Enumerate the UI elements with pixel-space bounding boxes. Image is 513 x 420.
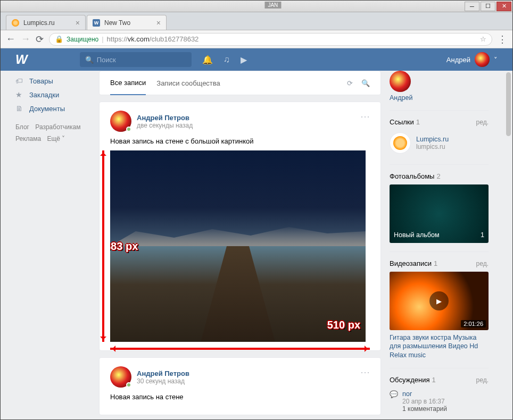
discussion-topic: nor <box>402 390 447 398</box>
maximize-button[interactable]: ☐ <box>481 2 495 11</box>
goods-icon: 🏷 <box>15 77 24 85</box>
post-more-icon[interactable]: ⋯ <box>360 111 370 122</box>
play-icon[interactable]: ▶ <box>241 55 247 65</box>
widget-edit-link[interactable]: ред. <box>476 376 489 384</box>
widget-albums: Фотоальбомы 2 Новый альбом 1 <box>390 168 489 243</box>
vk-header: W 🔍 Поиск 🔔 ♫ ▶ Андрей ˅ <box>1 48 512 71</box>
post-author[interactable]: Андрей Петров <box>137 369 189 377</box>
video-title[interactable]: Гитара звуки костра Музыка для размышлен… <box>390 333 489 359</box>
tab-close-icon[interactable]: × <box>76 19 80 27</box>
widget-discussions: Обсуждения 1 ред. 💬 nor 20 апр в 16:37 1… <box>390 372 489 415</box>
vk-logo[interactable]: W <box>15 52 27 67</box>
url-input[interactable]: 🔒 Защищено | https://vk.com/club16277863… <box>49 33 492 46</box>
url-domain: vk.com <box>128 35 150 43</box>
chevron-down-icon: ˅ <box>494 56 498 64</box>
url-path: /club162778632 <box>150 35 199 43</box>
minimize-button[interactable]: ─ <box>465 2 479 11</box>
link-item[interactable]: Lumpics.ru lumpics.ru <box>390 130 489 156</box>
link-subtitle: lumpics.ru <box>416 143 449 150</box>
widget-contacts: Андрей <box>390 71 489 102</box>
notifications-icon[interactable]: 🔔 <box>202 55 213 65</box>
profile-name: Андрей <box>446 56 470 64</box>
footer-link-ads[interactable]: Реклама <box>15 135 41 142</box>
reload-button[interactable]: ⟳ <box>36 33 44 45</box>
dimension-label-height: 383 px <box>110 240 138 253</box>
star-icon: ★ <box>15 90 24 99</box>
lock-icon: 🔒 <box>55 35 63 43</box>
lumpics-icon <box>390 132 411 154</box>
bookmark-star-icon[interactable]: ☆ <box>480 35 486 43</box>
dimension-arrow-vertical <box>102 150 104 342</box>
music-icon[interactable]: ♫ <box>224 55 230 65</box>
back-button[interactable]: ← <box>6 33 15 45</box>
avatar <box>475 52 490 67</box>
widget-title: Фотоальбомы <box>390 172 434 180</box>
comment-icon: 💬 <box>390 390 398 413</box>
dimension-arrow-horizontal <box>110 348 370 350</box>
url-protocol: https:// <box>107 35 128 43</box>
post-image-container: 383 px 510 px <box>110 150 370 342</box>
widget-title: Видеозаписи <box>390 259 432 267</box>
video-thumbnail[interactable]: ▶ 2:01:26 <box>390 272 489 330</box>
link-title: Lumpics.ru <box>416 136 449 143</box>
post-avatar[interactable] <box>110 366 131 388</box>
contact-avatar[interactable] <box>390 71 411 92</box>
browser-tab-lumpics[interactable]: Lumpics.ru × <box>6 15 86 30</box>
footer-link-blog[interactable]: Блог <box>15 123 29 131</box>
tab-all-posts[interactable]: Все записи <box>110 71 146 95</box>
post: Андрей Петров 30 секунд назад ⋯ Новая за… <box>99 357 381 415</box>
post-more-icon[interactable]: ⋯ <box>360 366 370 378</box>
post-time: две секунды назад <box>137 122 193 129</box>
sidebar-item-documents[interactable]: 🗎 Документы <box>15 102 88 115</box>
header-icons: 🔔 ♫ ▶ <box>202 55 247 65</box>
window-close-button[interactable]: ✕ <box>497 2 511 11</box>
online-indicator <box>126 127 131 132</box>
post-author[interactable]: Андрей Петров <box>137 114 193 122</box>
sidebar-item-goods[interactable]: 🏷 Товары <box>15 74 88 88</box>
footer-link-dev[interactable]: Разработчикам <box>35 123 80 131</box>
contact-name[interactable]: Андрей <box>390 94 489 102</box>
video-duration: 2:01:26 <box>461 320 486 327</box>
tab-title: New Two <box>104 19 130 27</box>
titlebar-badge: JAN <box>264 2 281 9</box>
album-name: Новый альбом <box>394 231 440 239</box>
browser-tab-vk[interactable]: W New Two × <box>87 15 167 30</box>
footer-link-more[interactable]: Ещё ˅ <box>47 135 65 142</box>
post-image[interactable]: 383 px 510 px <box>110 150 366 342</box>
play-icon: ▶ <box>429 291 449 310</box>
search-input[interactable]: 🔍 Поиск <box>80 52 192 67</box>
widget-count: 1 <box>416 118 420 126</box>
browser-menu-button[interactable]: ⋮ <box>498 33 507 45</box>
widget-count: 1 <box>432 376 436 384</box>
album-thumbnail[interactable]: Новый альбом 1 <box>390 184 489 243</box>
sidebar-footer: Блог Разработчикам Реклама Ещё ˅ <box>15 122 88 145</box>
widget-videos: Видеозаписи 1 ред. ▶ 2:01:26 Гитара звук… <box>390 255 489 359</box>
tab-community-posts[interactable]: Записи сообщества <box>156 72 220 95</box>
search-posts-icon[interactable]: 🔍 <box>361 79 370 87</box>
search-icon: 🔍 <box>85 56 94 64</box>
widget-edit-link[interactable]: ред. <box>476 119 489 126</box>
lumpics-favicon <box>12 19 19 27</box>
vk-favicon: W <box>93 19 100 27</box>
widget-title: Обсуждения <box>390 376 430 384</box>
forward-button[interactable]: → <box>21 33 30 45</box>
post-text: Новая запись на стене <box>110 393 370 401</box>
post-text: Новая запись на стене с большой картинко… <box>110 137 370 145</box>
feed: Все записи Записи сообщества ⟳ 🔍 Андрей … <box>88 71 381 419</box>
widget-title: Ссылки <box>390 118 414 126</box>
post-avatar[interactable] <box>110 111 131 132</box>
profile-menu[interactable]: Андрей ˅ <box>446 52 498 67</box>
online-indicator <box>126 382 131 388</box>
sidebar-label: Закладки <box>29 91 59 99</box>
dimension-label-width: 510 px <box>327 319 360 331</box>
widget-links: Ссылки 1 ред. Lumpics.ru lumpics.ru <box>390 114 489 156</box>
discussion-item[interactable]: 💬 nor 20 апр в 16:37 1 комментарий <box>390 388 489 415</box>
refresh-icon[interactable]: ⟳ <box>347 79 353 87</box>
scrollbar[interactable] <box>506 72 511 136</box>
widget-edit-link[interactable]: ред. <box>476 260 489 267</box>
sidebar-item-bookmarks[interactable]: ★ Закладки <box>15 88 88 102</box>
tab-close-icon[interactable]: × <box>156 19 161 27</box>
right-sidebar: Андрей Ссылки 1 ред. Lumpics.ru lumpics.… <box>381 71 503 419</box>
tab-title: Lumpics.ru <box>23 19 55 27</box>
browser-tab-strip: Lumpics.ru × W New Two × <box>1 12 512 30</box>
